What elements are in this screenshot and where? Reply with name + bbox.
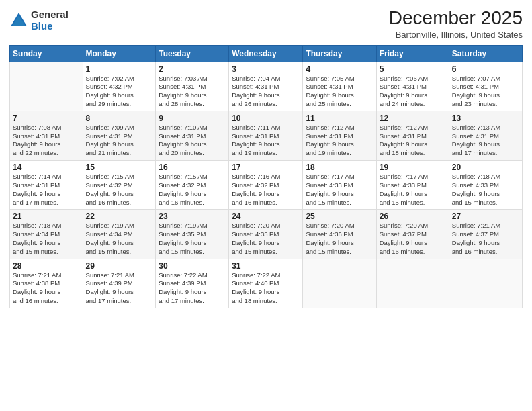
table-row: 13Sunrise: 7:13 AM Sunset: 4:31 PM Dayli… [449, 111, 522, 160]
day-info: Sunrise: 7:13 AM Sunset: 4:31 PM Dayligh… [452, 124, 519, 158]
table-row: 4Sunrise: 7:05 AM Sunset: 4:31 PM Daylig… [303, 62, 376, 111]
day-number: 18 [306, 163, 373, 172]
table-row [449, 259, 522, 308]
day-info: Sunrise: 7:19 AM Sunset: 4:35 PM Dayligh… [159, 222, 226, 256]
table-row: 20Sunrise: 7:18 AM Sunset: 4:33 PM Dayli… [449, 161, 522, 210]
day-info: Sunrise: 7:20 AM Sunset: 4:37 PM Dayligh… [380, 222, 446, 256]
table-row: 31Sunrise: 7:22 AM Sunset: 4:40 PM Dayli… [229, 259, 303, 308]
table-row: 14Sunrise: 7:14 AM Sunset: 4:31 PM Dayli… [10, 161, 83, 210]
table-row: 2Sunrise: 7:03 AM Sunset: 4:31 PM Daylig… [156, 62, 229, 111]
day-info: Sunrise: 7:21 AM Sunset: 4:38 PM Dayligh… [13, 271, 80, 306]
day-number: 29 [86, 261, 153, 271]
day-number: 17 [232, 163, 300, 172]
table-row: 1Sunrise: 7:02 AM Sunset: 4:32 PM Daylig… [83, 62, 156, 111]
day-info: Sunrise: 7:22 AM Sunset: 4:39 PM Dayligh… [159, 271, 226, 306]
calendar-title: December 2025 [389, 7, 523, 30]
day-info: Sunrise: 7:19 AM Sunset: 4:34 PM Dayligh… [86, 222, 153, 256]
table-row: 6Sunrise: 7:07 AM Sunset: 4:31 PM Daylig… [449, 62, 522, 111]
day-number: 22 [86, 212, 153, 221]
calendar-week-row: 7Sunrise: 7:08 AM Sunset: 4:31 PM Daylig… [10, 111, 523, 160]
table-row: 8Sunrise: 7:09 AM Sunset: 4:31 PM Daylig… [83, 111, 156, 160]
day-info: Sunrise: 7:20 AM Sunset: 4:35 PM Dayligh… [232, 222, 300, 256]
table-row: 12Sunrise: 7:12 AM Sunset: 4:31 PM Dayli… [376, 111, 449, 160]
day-number: 30 [159, 261, 226, 271]
table-row: 27Sunrise: 7:21 AM Sunset: 4:37 PM Dayli… [449, 210, 522, 259]
day-info: Sunrise: 7:15 AM Sunset: 4:32 PM Dayligh… [86, 173, 153, 207]
table-row: 24Sunrise: 7:20 AM Sunset: 4:35 PM Dayli… [229, 210, 303, 259]
day-number: 10 [232, 113, 300, 123]
day-number: 15 [86, 163, 153, 172]
table-row: 15Sunrise: 7:15 AM Sunset: 4:32 PM Dayli… [83, 161, 156, 210]
day-info: Sunrise: 7:08 AM Sunset: 4:31 PM Dayligh… [13, 124, 80, 158]
table-row: 18Sunrise: 7:17 AM Sunset: 4:33 PM Dayli… [303, 161, 376, 210]
day-number: 6 [452, 64, 519, 74]
day-number: 24 [232, 212, 300, 221]
day-info: Sunrise: 7:05 AM Sunset: 4:31 PM Dayligh… [306, 75, 373, 109]
day-info: Sunrise: 7:02 AM Sunset: 4:32 PM Dayligh… [86, 75, 153, 109]
day-info: Sunrise: 7:07 AM Sunset: 4:31 PM Dayligh… [452, 75, 519, 109]
day-number: 19 [380, 163, 446, 172]
day-number: 13 [452, 113, 519, 123]
day-number: 3 [232, 64, 300, 74]
day-info: Sunrise: 7:12 AM Sunset: 4:31 PM Dayligh… [306, 124, 373, 158]
title-block: December 2025 Bartonville, Illinois, Uni… [389, 7, 523, 40]
day-number: 31 [232, 261, 300, 271]
day-number: 14 [13, 163, 80, 172]
day-number: 8 [86, 113, 153, 123]
day-info: Sunrise: 7:17 AM Sunset: 4:33 PM Dayligh… [380, 173, 446, 207]
table-row: 29Sunrise: 7:21 AM Sunset: 4:39 PM Dayli… [83, 259, 156, 308]
day-info: Sunrise: 7:15 AM Sunset: 4:32 PM Dayligh… [159, 173, 226, 207]
calendar-week-row: 1Sunrise: 7:02 AM Sunset: 4:32 PM Daylig… [10, 62, 523, 111]
day-number: 4 [306, 64, 373, 74]
table-row: 28Sunrise: 7:21 AM Sunset: 4:38 PM Dayli… [10, 259, 83, 308]
col-saturday: Saturday [449, 45, 522, 62]
table-row: 5Sunrise: 7:06 AM Sunset: 4:31 PM Daylig… [376, 62, 449, 111]
logo-general-text: General [31, 9, 69, 21]
header: General Blue December 2025 Bartonville, … [9, 7, 523, 40]
day-number: 21 [13, 212, 80, 221]
calendar-week-row: 21Sunrise: 7:18 AM Sunset: 4:34 PM Dayli… [10, 210, 523, 259]
calendar-week-row: 14Sunrise: 7:14 AM Sunset: 4:31 PM Dayli… [10, 161, 523, 210]
table-row: 26Sunrise: 7:20 AM Sunset: 4:37 PM Dayli… [376, 210, 449, 259]
day-number: 26 [380, 212, 446, 221]
logo-blue-text: Blue [31, 21, 69, 32]
day-info: Sunrise: 7:10 AM Sunset: 4:31 PM Dayligh… [159, 124, 226, 158]
day-info: Sunrise: 7:18 AM Sunset: 4:34 PM Dayligh… [13, 222, 80, 256]
table-row: 23Sunrise: 7:19 AM Sunset: 4:35 PM Dayli… [156, 210, 229, 259]
logo: General Blue [9, 9, 69, 32]
day-number: 12 [380, 113, 446, 123]
logo-icon [9, 11, 28, 30]
table-row: 10Sunrise: 7:11 AM Sunset: 4:31 PM Dayli… [229, 111, 303, 160]
day-info: Sunrise: 7:09 AM Sunset: 4:31 PM Dayligh… [86, 124, 153, 158]
day-number: 1 [86, 64, 153, 74]
col-thursday: Thursday [303, 45, 376, 62]
col-tuesday: Tuesday [156, 45, 229, 62]
col-friday: Friday [376, 45, 449, 62]
day-info: Sunrise: 7:12 AM Sunset: 4:31 PM Dayligh… [380, 124, 446, 158]
day-info: Sunrise: 7:20 AM Sunset: 4:36 PM Dayligh… [306, 222, 373, 256]
day-number: 2 [159, 64, 226, 74]
table-row [303, 259, 376, 308]
table-row: 9Sunrise: 7:10 AM Sunset: 4:31 PM Daylig… [156, 111, 229, 160]
day-number: 20 [452, 163, 519, 172]
table-row: 11Sunrise: 7:12 AM Sunset: 4:31 PM Dayli… [303, 111, 376, 160]
calendar-header-row: Sunday Monday Tuesday Wednesday Thursday… [10, 45, 523, 62]
calendar-week-row: 28Sunrise: 7:21 AM Sunset: 4:38 PM Dayli… [10, 259, 523, 308]
page: General Blue December 2025 Bartonville, … [0, 0, 532, 411]
day-number: 25 [306, 212, 373, 221]
table-row: 19Sunrise: 7:17 AM Sunset: 4:33 PM Dayli… [376, 161, 449, 210]
table-row: 22Sunrise: 7:19 AM Sunset: 4:34 PM Dayli… [83, 210, 156, 259]
table-row: 3Sunrise: 7:04 AM Sunset: 4:31 PM Daylig… [229, 62, 303, 111]
day-info: Sunrise: 7:06 AM Sunset: 4:31 PM Dayligh… [380, 75, 446, 109]
col-wednesday: Wednesday [229, 45, 303, 62]
day-info: Sunrise: 7:16 AM Sunset: 4:32 PM Dayligh… [232, 173, 300, 207]
calendar-subtitle: Bartonville, Illinois, United States [389, 30, 523, 40]
col-monday: Monday [83, 45, 156, 62]
day-number: 16 [159, 163, 226, 172]
table-row: 30Sunrise: 7:22 AM Sunset: 4:39 PM Dayli… [156, 259, 229, 308]
day-number: 11 [306, 113, 373, 123]
table-row: 21Sunrise: 7:18 AM Sunset: 4:34 PM Dayli… [10, 210, 83, 259]
day-info: Sunrise: 7:21 AM Sunset: 4:37 PM Dayligh… [452, 222, 519, 256]
col-sunday: Sunday [10, 45, 83, 62]
day-info: Sunrise: 7:04 AM Sunset: 4:31 PM Dayligh… [232, 75, 300, 109]
